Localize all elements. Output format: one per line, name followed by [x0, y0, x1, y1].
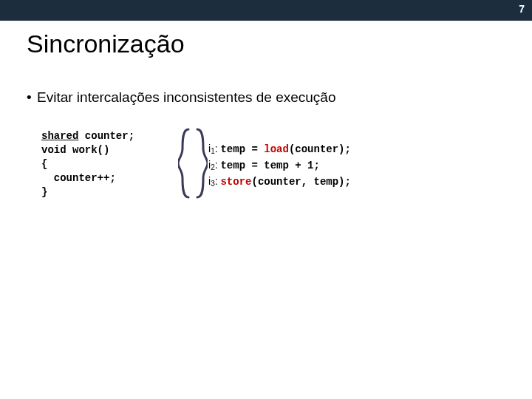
i3-b: (counter, temp); [251, 176, 350, 188]
i3-label: i3: [208, 175, 220, 187]
code-block-right: i1: temp = load(counter); i2: temp = tem… [208, 141, 351, 190]
instr-2: i2: temp = temp + 1; [208, 157, 351, 174]
bullet-text: Evitar intercalações inconsistentes de e… [37, 89, 336, 105]
code-l2: void work() [41, 144, 109, 156]
slide: 7 Sincronização •Evitar intercalações in… [0, 0, 532, 399]
top-bar: 7 [0, 0, 532, 21]
code-l4: counter++; [41, 172, 116, 184]
bullet-dot: • [27, 89, 37, 106]
i2-a: temp = temp + 1; [220, 160, 319, 171]
instr-3: i3: store(counter, temp); [208, 174, 351, 190]
i1-b: (counter); [289, 143, 351, 155]
code-l1b: counter; [78, 130, 134, 142]
i1-label: i1: [208, 143, 220, 154]
bullet-line: •Evitar intercalações inconsistentes de … [27, 89, 532, 106]
slide-title: Sincronização [27, 30, 532, 58]
i1-a: temp = [220, 143, 264, 155]
code-l3: { [41, 158, 47, 170]
code-block-left: shared counter; void work() { counter++;… [41, 129, 134, 199]
instr-1: i1: temp = load(counter); [208, 141, 351, 157]
kw-shared: shared [41, 130, 78, 142]
kw-load: load [264, 143, 289, 155]
page-number: 7 [519, 3, 525, 15]
kw-store: store [220, 176, 251, 188]
i2-label: i2: [208, 159, 220, 171]
curly-brace-icon [178, 126, 208, 200]
code-l5: } [41, 186, 47, 198]
